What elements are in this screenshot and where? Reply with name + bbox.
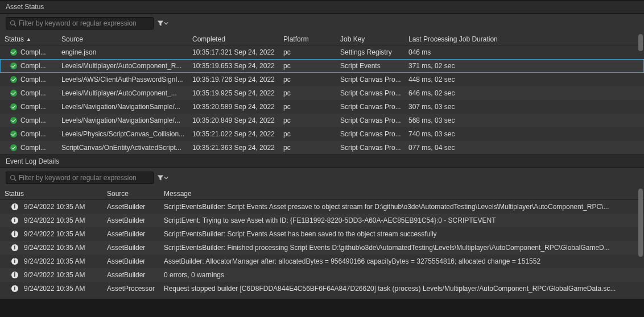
log-time: 9/24/2022 10:35 AM [24,230,85,238]
svg-line-3 [14,179,16,181]
cell-duration: 740 ms, 03 sec [404,129,575,139]
cell-log-source: AssetBuilder [102,270,159,280]
table-row[interactable]: i9/24/2022 10:35 AMAssetBuilder0 errors,… [0,268,644,282]
cell-log-message: ScriptEventsBuilder: Script Events Asset… [159,202,626,212]
info-icon: i [11,272,18,278]
cell-log-message: ScriptEventsBuilder: Script Events Asset… [159,229,626,239]
cell-platform: pc [279,115,336,126]
cell-platform: pc [279,61,336,71]
cell-completed: 10:35:20.589 Sep 24, 2022 [188,102,279,112]
col-jobkey-label: Job Key [340,35,365,43]
col-platform-label: Platform [283,35,309,43]
col-platform[interactable]: Platform [279,34,336,44]
log-time: 9/24/2022 10:35 AM [24,285,85,293]
cell-completed: 10:35:17.321 Sep 24, 2022 [188,47,279,57]
cell-duration: 568 ms, 03 sec [404,115,575,126]
table-row[interactable]: Compl...Levels/Multiplayer/AutoComponent… [0,86,644,100]
event-log-filter-wrap[interactable] [6,172,154,184]
check-icon [10,90,17,97]
table-row[interactable]: Compl...Levels/AWS/ClientAuthPasswordSig… [0,73,644,86]
table-row[interactable]: i9/24/2022 10:35 AMAssetBuilderScriptEve… [0,214,644,227]
log-time: 9/24/2022 10:35 AM [24,271,85,279]
cell-log-status: i9/24/2022 10:35 AM [0,215,102,226]
cell-completed: 10:35:19.653 Sep 24, 2022 [188,61,279,71]
table-row[interactable]: i9/24/2022 10:35 AMAssetProcessorRequest… [0,282,644,295]
event-log-filter-bar [0,168,644,187]
cell-log-message: Request stopped builder [C6D8FDDA844E4C5… [159,283,626,294]
status-text: Compl... [20,103,46,111]
cell-log-message: 0 errors, 0 warnings [159,270,626,280]
check-icon [10,131,17,137]
event-log-filter-button[interactable] [157,174,168,181]
table-row[interactable]: Compl...Levels/Multiplayer/AutoComponent… [0,59,644,73]
cell-platform: pc [279,143,336,153]
col-log-status[interactable]: Status [0,189,102,199]
col-log-source[interactable]: Source [102,189,159,199]
table-row[interactable]: i9/24/2022 10:35 AMAssetBuilderAssetBuil… [0,255,644,268]
col-log-message-label: Message [164,190,192,198]
col-status-label: Status [5,35,24,43]
cell-log-status: i9/24/2022 10:35 AM [0,202,102,212]
cell-duration: 646 ms, 02 sec [404,88,575,98]
cell-status: Compl... [0,115,57,126]
cell-source: ScriptCanvas/OnEntityActivatedScript... [57,143,188,153]
asset-status-filter-button[interactable] [157,20,168,27]
status-text: Compl... [20,89,46,97]
table-row[interactable]: Compl...ScriptCanvas/OnEntityActivatedSc… [0,141,644,155]
check-icon [10,117,17,124]
chevron-down-icon [164,176,168,180]
col-jobkey[interactable]: Job Key [336,34,404,44]
cell-log-status: i9/24/2022 10:35 AM [0,243,102,253]
table-row[interactable]: i9/24/2022 10:35 AMAssetBuilderScriptEve… [0,241,644,255]
col-source[interactable]: Source [57,34,188,44]
cell-status: Compl... [0,74,57,85]
svg-line-1 [14,24,16,26]
cell-duration: 307 ms, 03 sec [404,102,575,112]
event-log-table: Status Source Message i9/24/2022 10:35 A… [0,187,644,299]
col-duration[interactable]: Last Processing Job Duration [404,34,575,44]
log-time: 9/24/2022 10:35 AM [24,244,85,252]
asset-status-filter-wrap[interactable] [6,17,154,30]
table-row[interactable]: Compl...engine.json10:35:17.321 Sep 24, … [0,45,644,59]
cell-completed: 10:35:19.925 Sep 24, 2022 [188,88,279,98]
status-text: Compl... [20,130,46,138]
cell-source: Levels/Navigation/NavigationSample/... [57,102,188,112]
table-row[interactable]: Compl...Levels/Physics/ScriptCanvas_Coll… [0,127,644,141]
col-status[interactable]: Status ▲ [0,34,57,44]
col-log-source-label: Source [107,190,129,198]
info-icon: i [11,285,18,292]
funnel-icon [157,20,164,27]
status-text: Compl... [20,48,46,56]
table-row[interactable]: Compl...Levels/Navigation/NavigationSamp… [0,114,644,127]
search-icon [10,174,16,181]
cell-duration: 371 ms, 02 sec [404,61,575,71]
col-log-message[interactable]: Message [159,189,626,199]
cell-platform: pc [279,129,336,139]
table-row[interactable]: i9/24/2022 10:35 AMAssetBuilderScriptEve… [0,227,644,241]
svg-point-2 [11,176,15,180]
cell-duration: 448 ms, 02 sec [404,74,575,85]
col-completed-label: Completed [192,35,225,43]
cell-duration: 077 ms, 04 sec [404,143,575,153]
event-log-filter-input[interactable] [19,174,150,182]
cell-jobkey: Script Canvas Pro... [336,88,404,98]
cell-log-source: AssetBuilder [102,215,159,226]
table-row[interactable]: i9/24/2022 10:35 AMAssetBuilderScriptEve… [0,200,644,214]
info-icon: i [11,217,18,224]
col-duration-label: Last Processing Job Duration [408,35,498,43]
cell-log-source: AssetBuilder [102,202,159,212]
asset-status-filter-input[interactable] [19,19,150,27]
info-icon: i [11,231,18,237]
log-time: 9/24/2022 10:35 AM [24,203,85,211]
cell-completed: 10:35:21.022 Sep 24, 2022 [188,129,279,139]
cell-jobkey: Settings Registry [336,47,404,57]
col-completed[interactable]: Completed [188,34,279,44]
event-log-scrollbar[interactable] [638,189,643,298]
sort-ascending-icon: ▲ [26,36,31,42]
cell-duration: 046 ms [404,47,575,57]
cell-jobkey: Script Events [336,61,404,71]
scrollbar-thumb[interactable] [638,189,643,257]
scrollbar-thumb[interactable] [638,34,643,51]
asset-status-scrollbar[interactable] [638,34,643,153]
table-row[interactable]: Compl...Levels/Navigation/NavigationSamp… [0,100,644,114]
